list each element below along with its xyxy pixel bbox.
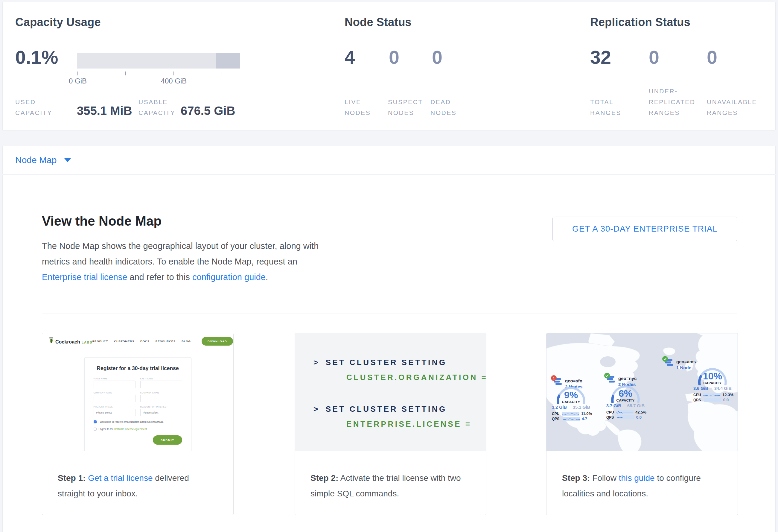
total-gib: 65.7 GiB (627, 403, 644, 408)
total-gib: 34.4 GiB (714, 386, 732, 391)
cpu-value: 42.5% (635, 410, 646, 414)
nav-item: DOCS (140, 339, 150, 343)
cpu-sparkline (616, 410, 633, 414)
capacity-bar (77, 53, 240, 69)
unavailable-ranges-label: UNAVAILABLE RANGES (707, 97, 773, 118)
dead-nodes-count: 0 (432, 47, 442, 68)
used-capacity-value: 355.1 MiB (77, 104, 132, 118)
under-replicated-ranges-label: UNDER-REPLICATED RANGES (649, 86, 712, 118)
software-license-agreement-link: Software License Agreement. (114, 428, 147, 431)
capacity-usage-section: Capacity Usage 0.1% 0 GiB 400 GiB USED C… (15, 2, 237, 130)
locality-name: geo=nyc (618, 376, 636, 381)
enterprise-trial-license-link[interactable]: Enterprise trial license (42, 272, 127, 282)
used-gib: 3.2 GiB (552, 405, 567, 409)
suspect-nodes-label: SUSPECT NODES (388, 97, 430, 118)
healthy-badge-icon (604, 373, 610, 379)
cpu-value: 11.0% (581, 411, 592, 416)
cpu-value: 12.3% (722, 393, 733, 397)
first-name-field (94, 381, 136, 388)
cpu-metric: CPU 42.5% (606, 410, 646, 414)
node-map-dropdown-label: Node Map (15, 155, 57, 165)
step-number: Step 3: (562, 473, 590, 483)
logo-text: Cockroach (55, 339, 80, 345)
form-title: Register for a 30-day trial license (94, 365, 182, 372)
nav-item: PRODUCT (92, 339, 108, 343)
sql-setting-line: CLUSTER.ORGANIZATION = (346, 373, 486, 382)
locality-name: geo=ams (676, 359, 696, 364)
node-map-dropdown[interactable]: Node Map (15, 146, 71, 174)
field-label: COMPANY NAME (94, 392, 136, 394)
total-gib: 35.1 GiB (573, 405, 590, 409)
checkbox-label: I agree to the Software License Agreemen… (99, 428, 148, 431)
email-updates-checkbox-row: ✓ I would like to receive email updates … (94, 421, 182, 424)
intro-paragraph: The Node Map shows the geographical layo… (42, 238, 329, 285)
node-map-promo-panel: View the Node Map The Node Map shows the… (2, 175, 776, 532)
logo-suffix: LABS (82, 340, 92, 344)
axis-tick (125, 72, 126, 75)
field-label: REASON FOR INTEREST (140, 406, 182, 408)
suspect-nodes-count: 0 (389, 47, 399, 68)
qps-sparkline (563, 417, 580, 421)
field-label: LAST NAME (140, 378, 182, 380)
axis-tick (222, 72, 222, 75)
capacity-label: CAPACITY (695, 381, 730, 385)
used-capacity-label: USED CAPACITY (15, 97, 66, 118)
error-badge-icon: 1 (551, 375, 557, 381)
license-agreement-checkbox-row: I agree to the Software License Agreemen… (94, 428, 182, 431)
intro-text: The Node Map shows the geographical layo… (42, 241, 319, 266)
capacity-used-percent: 0.1% (15, 47, 58, 68)
checkbox-label: I would like to receive email updates ab… (99, 421, 164, 424)
cluster-overview-page: Capacity Usage 0.1% 0 GiB 400 GiB USED C… (0, 0, 778, 532)
step1-thumbnail: Cockroach LABS PRODUCT CUSTOMERS DOCS RE… (42, 333, 233, 451)
axis-tick-label: 400 GiB (150, 77, 198, 85)
axis-tick (173, 72, 174, 75)
chevron-down-icon (64, 158, 71, 162)
qps-value: 0.0 (723, 398, 729, 402)
configuration-guide-link[interactable]: configuration guide (192, 272, 265, 282)
page-title: View the Node Map (42, 214, 161, 229)
submit-button: SUBMIT (153, 435, 182, 445)
live-nodes-count: 4 (344, 47, 355, 68)
axis-tick-label: 0 GiB (54, 77, 102, 85)
capacity-label: CAPACITY (608, 398, 643, 402)
field-label: PROJECT PHASE (94, 406, 136, 408)
used-gib: 3.7 GiB (606, 403, 621, 408)
qps-metric: QPS 4.7 (552, 416, 592, 421)
healthy-badge-icon (662, 356, 668, 362)
field-label: FIRST NAME (94, 378, 136, 380)
company-email-field (140, 395, 182, 402)
total-ranges-count: 32 (590, 47, 611, 68)
live-nodes-label: LIVE NODES (344, 97, 383, 118)
project-phase-select: Please Select (94, 409, 136, 416)
node-status-section: Node Status 4 0 0 LIVE NODES SUSPECT NOD… (344, 2, 512, 130)
cpu-metric: CPU 11.0% (552, 411, 592, 416)
reason-select: Please Select (140, 409, 182, 416)
locality-node-count: 1 Node (676, 365, 696, 370)
capacity-gauge-nyc: 6% CAPACITY 3.7 GiB 65.7 GiB CPU 42.5% Q… (608, 385, 643, 420)
step2-card: >SET CLUSTER SETTING CLUSTER.ORGANIZATIO… (295, 333, 486, 515)
locality-marker-ams: geo=ams 1 Node (665, 359, 696, 370)
checked-checkbox-icon: ✓ (94, 421, 97, 424)
cpu-metric: CPU 12.3% (693, 393, 733, 397)
get-enterprise-trial-button[interactable]: GET A 30-DAY ENTERPRISE TRIAL (552, 217, 737, 241)
view-selector-bar: Node Map (2, 146, 776, 174)
sql-command-line: >SET CLUSTER SETTING (313, 404, 447, 414)
qps-sparkline (704, 398, 721, 402)
intro-text: and refer to this (127, 272, 192, 282)
node-map-preview: 1 geo=sfo 2 Nodes 9% CAPACITY (546, 333, 737, 451)
capacity-gauge-sfo: 9% CAPACITY 3.2 GiB 35.1 GiB CPU 11.0% Q… (554, 386, 589, 422)
nav-item: RESOURCES (156, 339, 175, 343)
unchecked-checkbox-icon (94, 428, 97, 431)
this-guide-link[interactable]: this guide (619, 473, 655, 483)
qps-sparkline (617, 415, 634, 419)
last-name-field (140, 381, 182, 388)
nav-item: CUSTOMERS (114, 339, 134, 343)
capacity-percent: 9% (554, 390, 589, 400)
cpu-sparkline (703, 393, 720, 397)
mini-site-nav: PRODUCT CUSTOMERS DOCS RESOURCES BLOG DO… (92, 337, 233, 346)
usable-capacity-value: 676.5 GiB (181, 104, 235, 118)
capacity-label: CAPACITY (554, 400, 589, 404)
intro-text: . (265, 272, 268, 282)
cockroach-labs-logo: Cockroach LABS (49, 337, 92, 345)
get-trial-license-link[interactable]: Get a trial license (88, 473, 153, 483)
